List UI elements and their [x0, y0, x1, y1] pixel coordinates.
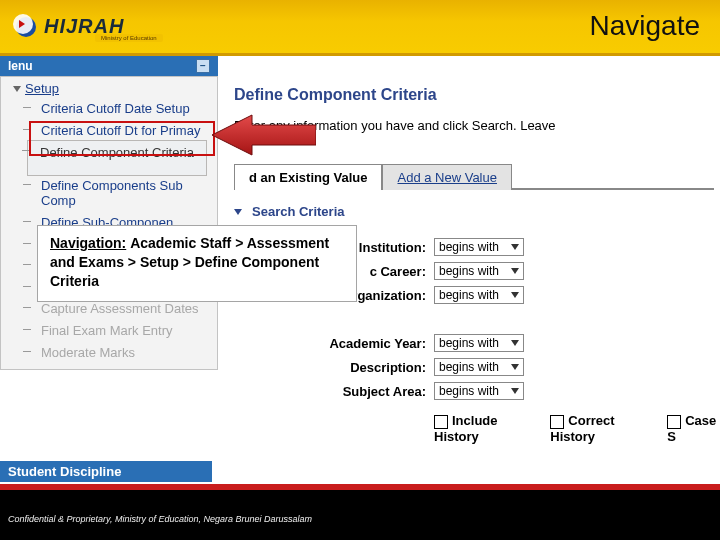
footer-text: Confidential & Proprietary, Ministry of … [0, 490, 720, 524]
operator-select[interactable]: begins with [434, 334, 524, 352]
field-label: Subject Area: [234, 384, 434, 399]
menu-student-discipline[interactable]: Student Discipline [0, 461, 212, 482]
sidebar-item[interactable]: Define Component Criteria [27, 140, 207, 176]
menu-header: lenu − [0, 56, 218, 76]
search-criteria-header[interactable]: Search Criteria [234, 204, 720, 219]
tab-add-new[interactable]: Add a New Value [382, 164, 512, 190]
page-title: Navigate [589, 10, 700, 42]
chevron-down-icon [511, 340, 519, 346]
sidebar-item[interactable]: Criteria Cutoff Dt for Primay [29, 120, 217, 142]
sidebar-item[interactable]: Final Exam Mark Entry [29, 320, 217, 342]
checkbox-include-history[interactable]: Include History [434, 413, 530, 444]
logo-tagline: Ministry of Education [95, 34, 163, 42]
top-bar: HIJRAH Ministry of Education Navigate [0, 0, 720, 56]
operator-select[interactable]: begins with [434, 262, 524, 280]
sidebar-item[interactable]: Moderate Marks [29, 342, 217, 364]
field-label: Description: [234, 360, 434, 375]
checkbox-correct-history[interactable]: Correct History [550, 413, 647, 444]
search-field-row: Academic Year:begins with [234, 331, 720, 355]
chevron-down-icon [511, 364, 519, 370]
chevron-down-icon [234, 209, 242, 215]
logo-icon [12, 14, 38, 40]
instruction-text: Enter any information you have and click… [234, 118, 720, 133]
sidebar-item[interactable]: Define Components Sub Comp [29, 175, 217, 212]
operator-select[interactable]: begins with [434, 358, 524, 376]
menu-title: lenu [8, 59, 33, 73]
logo: HIJRAH Ministry of Education [0, 14, 124, 40]
menu-collapse-button[interactable]: − [196, 59, 210, 73]
operator-select[interactable]: begins with [434, 286, 524, 304]
sidebar-item[interactable]: Criteria Cutoff Date Setup [29, 98, 217, 120]
tab-find-existing[interactable]: d an Existing Value [234, 164, 382, 190]
tab-strip: d an Existing Value Add a New Value [234, 163, 714, 190]
operator-select[interactable]: begins with [434, 382, 524, 400]
nav-lead: Navigation: [50, 235, 126, 251]
chevron-down-icon [511, 244, 519, 250]
checkbox-icon [434, 415, 448, 429]
field-label: Academic Year: [234, 336, 434, 351]
chevron-down-icon [13, 86, 21, 92]
navigation-callout: Navigation: Academic Staff > Assessment … [37, 225, 357, 302]
chevron-down-icon [511, 292, 519, 298]
form-title: Define Component Criteria [234, 86, 720, 104]
operator-select[interactable]: begins with [434, 238, 524, 256]
search-field-row: Subject Area:begins with [234, 379, 720, 403]
footer: Confidential & Proprietary, Ministry of … [0, 484, 720, 540]
menu-group-setup[interactable]: Setup [1, 79, 217, 98]
chevron-down-icon [511, 268, 519, 274]
history-checkboxes: Include HistoryCorrect HistoryCase S [234, 413, 720, 444]
checkbox-icon [667, 415, 681, 429]
menu-group-label: Setup [25, 81, 59, 96]
search-field-row [234, 307, 720, 331]
checkbox-case-s[interactable]: Case S [667, 413, 720, 444]
chevron-down-icon [511, 388, 519, 394]
checkbox-icon [550, 415, 564, 429]
search-criteria-label: Search Criteria [252, 204, 345, 219]
search-field-row: Description:begins with [234, 355, 720, 379]
